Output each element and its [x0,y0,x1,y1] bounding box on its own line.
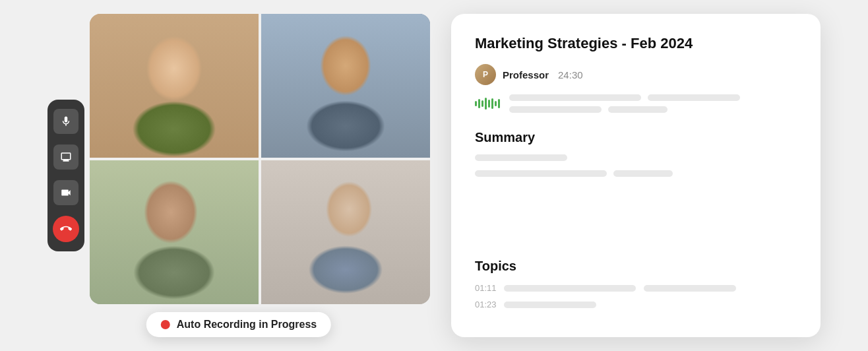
microphone-button[interactable] [53,109,78,134]
video-cell-2 [261,14,430,158]
summary-skeleton [475,154,797,253]
recording-dot [161,320,170,329]
speaker-row: P Professor 24:30 [475,64,797,85]
screen-share-button[interactable] [53,144,78,170]
end-call-button[interactable] [53,216,79,242]
summary-title: Summary [475,130,797,145]
transcript-skeleton [509,94,797,113]
topic-row-2: 01:23 [475,300,797,309]
waveform-icon [475,98,500,110]
controls-bar [47,100,84,251]
meeting-title: Marketing Strategies - Feb 2024 [475,35,797,52]
speaker-time: 24:30 [558,69,583,80]
topic-row-1: 01:11 [475,283,797,293]
main-container: Auto Recording in Progress Marketing Str… [0,1,868,350]
recording-text: Auto Recording in Progress [177,319,317,331]
waveform-area [475,94,797,113]
recording-badge: Auto Recording in Progress [146,312,331,337]
topics-title: Topics [475,259,797,274]
video-cell-4 [261,160,430,304]
video-panel: Auto Recording in Progress [47,14,430,337]
transcript-panel: Marketing Strategies - Feb 2024 P Profes… [451,14,821,337]
camera-button[interactable] [53,180,78,205]
speaker-name: Professor [503,69,549,80]
video-cell-1 [90,14,259,158]
speaker-avatar: P [475,64,496,85]
video-cell-3 [90,160,259,304]
video-grid [90,14,430,304]
topic-time-2: 01:23 [475,300,496,309]
topics-list: 01:11 01:23 [475,283,797,316]
topic-time-1: 01:11 [475,283,496,293]
